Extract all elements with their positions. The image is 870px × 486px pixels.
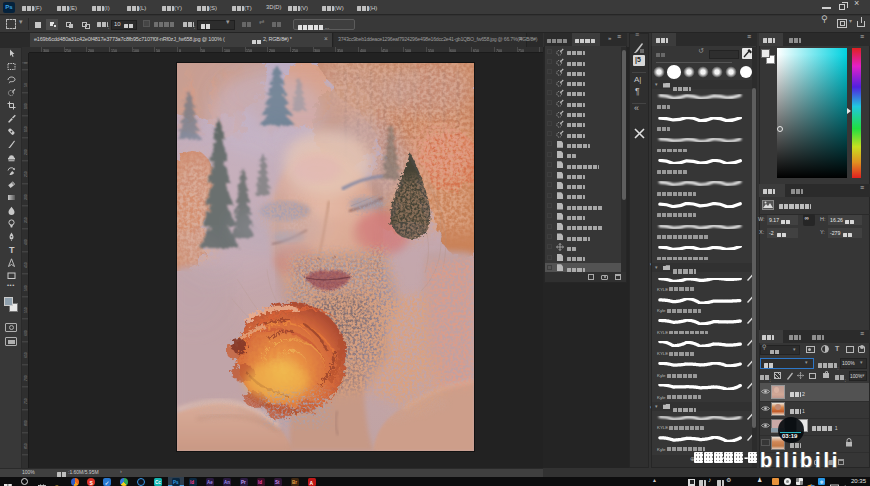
svg-text:T: T — [9, 245, 15, 254]
